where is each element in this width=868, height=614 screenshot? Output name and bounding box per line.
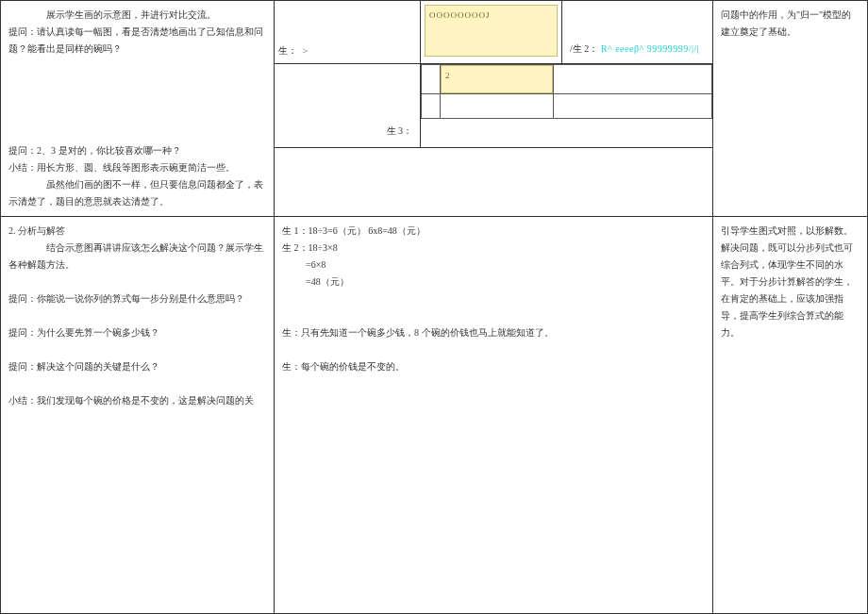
arrow-icon: ＞: [300, 44, 310, 56]
student2-label: /生 2：: [570, 43, 598, 54]
text: 提问：解决这个问题的关键是什么？: [8, 358, 266, 375]
inner-cell: [441, 93, 554, 118]
inner-grid: 2: [421, 64, 712, 119]
text: 生 1：18÷3=6（元） 6x8=48（元）: [282, 223, 705, 240]
student1-cell: 生： ＞: [275, 1, 421, 64]
student1-label: 生： ＞: [278, 41, 310, 60]
r2-teacher-col: 2. 分析与解答 结合示意图再讲讲应该怎么解决这个问题？展示学生各种解题方法。 …: [1, 217, 275, 614]
text: 生：每个碗的价钱是不变的。: [282, 358, 705, 375]
inner-cell: [422, 93, 441, 118]
text: 小结：用长方形、圆、线段等图形表示碗更简洁一些。: [8, 159, 266, 176]
student3-label: 生 3：: [387, 125, 413, 136]
text: 问题中的作用，为"归一"模型的建立奠定了基础。: [721, 7, 860, 41]
text: 提问：请认真读每一幅图，看是否清楚地画出了己知信息和问题？能看出是同样的碗吗？: [8, 24, 266, 58]
text: =6×8: [282, 257, 705, 274]
text: 结合示意图再讲讲应该怎么解决这个问题？展示学生各种解题方法。: [8, 240, 266, 274]
ooo-text: OOOOOOOOJ: [429, 10, 491, 20]
text: 生 2：18÷3×8: [282, 240, 705, 257]
r2-student-col: 生 1：18÷3=6（元） 6x8=48（元） 生 2：18÷3×8 =6×8 …: [275, 217, 713, 614]
r1-teacher-col: 展示学生画的示意图，并进行对比交流。 提问：请认真读每一幅图，看是否清楚地画出了…: [1, 1, 275, 217]
yellow-rectangle-small: 2: [441, 65, 553, 93]
yellow-box-top: OOOOOOOOJ: [421, 1, 562, 64]
text: 生：只有先知道一个碗多少钱，8 个碗的价钱也马上就能知道了。: [282, 324, 705, 341]
r1-purpose-col: 问题中的作用，为"归一"模型的建立奠定了基础。: [713, 1, 868, 217]
small-num: 2: [445, 71, 451, 80]
text: 展示学生画的示意图，并进行对比交流。: [8, 7, 266, 24]
student3-left-cell: 生 3：: [275, 63, 421, 147]
inner-cell: [422, 64, 441, 93]
text: 虽然他们画的图不一样，但只要信息问题都全了，表示清楚了，题目的意思就表达清楚了。: [8, 176, 266, 210]
inner-cell: [554, 64, 712, 93]
text: 小结：我们发现每个碗的价格是不变的，这是解决问题的关: [8, 392, 266, 409]
student2-cell: /生 2： R^ eeeeβ^ 99999999/|/|: [562, 1, 713, 64]
text: 提问：2、3 是对的，你比较喜欢哪一种？: [8, 142, 266, 159]
text: 提问：你能说一说你列的算式每一步分别是什么意思吗？: [8, 290, 266, 307]
inner-cell: [554, 93, 712, 118]
student3-grid-cell: 2: [421, 63, 713, 147]
text: 引导学生图式对照，以形解数。解决问题，既可以分步列式也可综合列式，体现学生不同的…: [721, 223, 860, 341]
text: =48（元）: [282, 274, 705, 290]
decorative-string: R^ eeeeβ^ 99999999/|/|: [601, 43, 699, 54]
inner-yellow: 2: [441, 64, 554, 93]
heading: 2. 分析与解答: [8, 223, 266, 240]
yellow-rectangle: OOOOOOOOJ: [425, 5, 558, 57]
lesson-plan-table: 展示学生画的示意图，并进行对比交流。 提问：请认真读每一幅图，看是否清楚地画出了…: [0, 0, 868, 614]
text: 提问：为什么要先算一个碗多少钱？: [8, 324, 266, 341]
spacer-row: [275, 147, 713, 216]
r2-purpose-col: 引导学生图式对照，以形解数。解决问题，既可以分步列式也可综合列式，体现学生不同的…: [713, 217, 868, 614]
